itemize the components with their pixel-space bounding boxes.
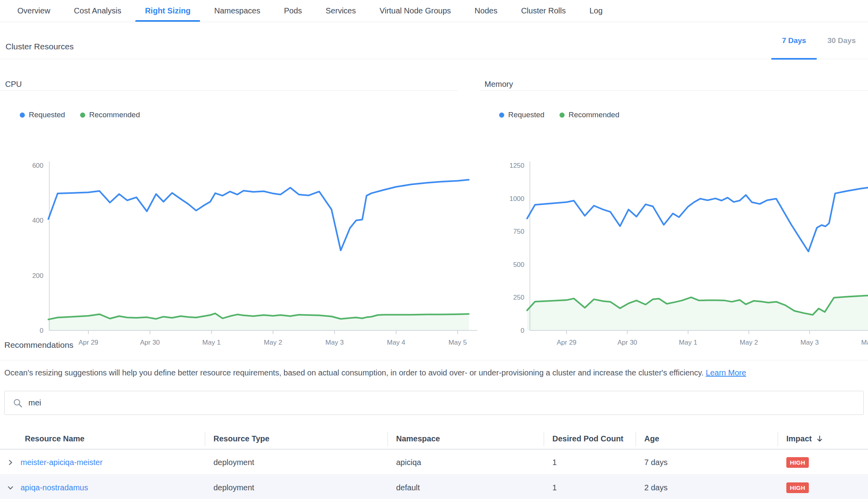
cpu-chart: 0200400600Apr 29Apr 30May 1May 2May 3May… <box>20 159 477 349</box>
namespace-cell: apiciqa <box>387 450 544 475</box>
resource-name-link[interactable]: meister-apiciqa-meister <box>21 458 103 467</box>
svg-text:Apr 29: Apr 29 <box>557 339 576 346</box>
svg-text:Apr 29: Apr 29 <box>79 339 98 346</box>
svg-text:May 2: May 2 <box>740 339 758 346</box>
tab-right-sizing[interactable]: Right Sizing <box>133 0 202 22</box>
svg-text:0: 0 <box>521 327 524 334</box>
chevron-right-icon[interactable] <box>0 459 21 466</box>
impact-badge: HIGH <box>786 457 809 468</box>
tab-virtual-node-groups[interactable]: Virtual Node Groups <box>368 0 463 22</box>
legend-dot-recommended <box>80 113 85 118</box>
legend-label-recommended: Recommended <box>89 111 140 119</box>
search-box <box>4 391 864 415</box>
chevron-down-icon[interactable] <box>0 484 21 491</box>
column-header-namespace[interactable]: Namespace <box>387 428 544 449</box>
learn-more-link[interactable]: Learn More <box>706 368 746 377</box>
column-header-label-impact: Impact <box>786 434 812 443</box>
cpu-chart-divider <box>0 90 458 91</box>
resource-name-link[interactable]: apiqa-nostradamus <box>21 483 88 492</box>
svg-text:May 4: May 4 <box>387 339 405 346</box>
legend-item-recommended: Recommended <box>559 111 619 119</box>
tab-bar: OverviewCost AnalysisRight SizingNamespa… <box>0 0 868 22</box>
column-header-desired-pod-count[interactable]: Desired Pod Count <box>544 428 636 449</box>
svg-text:Apr 30: Apr 30 <box>140 339 160 346</box>
svg-text:May 5: May 5 <box>449 339 467 346</box>
search-icon <box>13 398 22 408</box>
right-sizing-page: OverviewCost AnalysisRight SizingNamespa… <box>0 0 868 499</box>
tab-cost-analysis[interactable]: Cost Analysis <box>62 0 133 22</box>
impact-cell: HIGH <box>778 475 868 499</box>
legend-dot-recommended <box>559 113 565 118</box>
tab-namespaces[interactable]: Namespaces <box>202 0 272 22</box>
recommendations-description-text: Ocean's resizing suggestions will help y… <box>4 368 706 377</box>
namespace-cell: default <box>387 475 544 499</box>
svg-text:May 3: May 3 <box>801 339 819 346</box>
legend-item-recommended: Recommended <box>80 111 140 119</box>
age-cell: 2 days <box>636 475 778 499</box>
column-header-label-age: Age <box>644 434 659 443</box>
tab-nodes[interactable]: Nodes <box>463 0 509 22</box>
desired-pod-count-cell: 1 <box>544 450 636 475</box>
recommendations-divider <box>0 360 868 360</box>
tab-services[interactable]: Services <box>314 0 368 22</box>
cluster-resources-title: Cluster Resources <box>6 42 74 51</box>
svg-text:0: 0 <box>40 327 43 334</box>
svg-text:May 1: May 1 <box>202 339 221 346</box>
memory-chart-title: Memory <box>485 80 513 89</box>
svg-text:600: 600 <box>32 162 43 169</box>
column-header-label-namespace: Namespace <box>396 434 440 443</box>
svg-text:May 3: May 3 <box>326 339 344 346</box>
period-toggle: 7 Days30 Days <box>771 22 866 59</box>
desired-pod-count-cell: 1 <box>544 475 636 499</box>
cpu-chart-legend: RequestedRecommended0200400600Apr 29Apr … <box>20 111 140 119</box>
legend-dot-requested <box>20 113 25 118</box>
resource-name-cell: meister-apiciqa-meister <box>0 450 205 475</box>
resource-type-cell: deployment <box>205 450 387 475</box>
column-header-age[interactable]: Age <box>636 428 778 449</box>
resource-type-cell: deployment <box>205 475 387 499</box>
table-row[interactable]: meister-apiciqa-meisterdeploymentapiciqa… <box>0 450 868 475</box>
svg-text:250: 250 <box>513 294 524 301</box>
cluster-resources-header: Cluster Resources 7 Days30 Days <box>0 22 868 59</box>
legend-item-requested: Requested <box>499 111 544 119</box>
impact-cell: HIGH <box>778 450 868 475</box>
tab-overview[interactable]: Overview <box>6 0 62 22</box>
column-header-resource-type[interactable]: Resource Type <box>205 428 387 449</box>
memory-chart-divider <box>479 90 868 91</box>
impact-badge: HIGH <box>786 482 809 493</box>
recommendations-title: Recommendations <box>4 340 73 350</box>
column-header-impact[interactable]: Impact <box>778 428 868 449</box>
legend-dot-requested <box>499 113 504 118</box>
age-cell: 7 days <box>636 450 778 475</box>
legend-label-recommended: Recommended <box>569 111 619 119</box>
svg-text:May 4: May 4 <box>861 339 868 346</box>
memory-chart-panel: MemoryRequestedRecommended02505007501000… <box>479 77 868 314</box>
column-header-resource-name[interactable]: Resource Name <box>0 428 205 449</box>
memory-chart: 025050075010001250Apr 29Apr 30May 1May 2… <box>499 159 868 349</box>
svg-text:400: 400 <box>32 217 43 224</box>
legend-label-requested: Requested <box>29 111 65 119</box>
search-input[interactable] <box>28 398 863 407</box>
period-30-days[interactable]: 30 Days <box>817 22 866 59</box>
svg-text:200: 200 <box>32 272 43 280</box>
tab-log[interactable]: Log <box>578 0 614 22</box>
sort-descending-icon <box>816 435 823 443</box>
column-header-label-resource-type: Resource Type <box>213 434 269 443</box>
svg-text:1000: 1000 <box>509 195 524 203</box>
period-7-days[interactable]: 7 Days <box>771 22 817 59</box>
memory-chart-legend: RequestedRecommended025050075010001250Ap… <box>499 111 619 119</box>
column-header-label-desired-pod-count: Desired Pod Count <box>552 434 623 443</box>
legend-item-requested: Requested <box>20 111 65 119</box>
svg-text:May 2: May 2 <box>264 339 282 346</box>
table-header-row: Resource NameResource TypeNamespaceDesir… <box>0 428 868 450</box>
tab-cluster-rolls[interactable]: Cluster Rolls <box>509 0 578 22</box>
table-row[interactable]: apiqa-nostradamusdeploymentdefault12 day… <box>0 475 868 499</box>
svg-text:500: 500 <box>513 261 524 268</box>
svg-text:1250: 1250 <box>509 162 524 169</box>
svg-text:May 1: May 1 <box>679 339 697 346</box>
resource-name-cell: apiqa-nostradamus <box>0 475 205 499</box>
tab-pods[interactable]: Pods <box>272 0 314 22</box>
recommendations-description: Ocean's resizing suggestions will help y… <box>4 368 860 377</box>
column-header-label-resource-name: Resource Name <box>25 434 84 443</box>
svg-text:750: 750 <box>513 228 524 235</box>
